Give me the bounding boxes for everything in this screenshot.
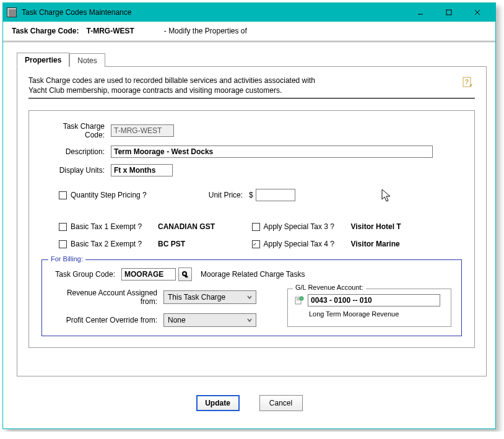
profit-center-value: None [168, 316, 186, 324]
update-button[interactable]: Update [196, 395, 240, 411]
svg-point-12 [300, 297, 303, 300]
units-label: Display Units: [41, 166, 111, 175]
header-strip: Task Charge Code: T-MRG-WEST - Modify th… [3, 22, 495, 40]
task-group-label: Task Group Code: [52, 270, 121, 279]
special-tax4-checkbox[interactable] [252, 240, 260, 248]
special-tax3-checkbox[interactable] [252, 223, 260, 231]
special-tax3-name: Visitor Hotel T [351, 222, 401, 231]
titlebar-controls [406, 3, 492, 22]
desc-label: Description: [41, 147, 111, 156]
code-input [111, 124, 174, 137]
tab-area: Properties Notes Task Charge codes are u… [3, 42, 495, 381]
basic-tax2-checkbox[interactable] [59, 240, 67, 248]
gl-account-input[interactable] [308, 294, 440, 306]
cancel-button[interactable]: Cancel [259, 395, 303, 411]
profit-center-select[interactable]: None [163, 313, 256, 327]
window-title: Task Charge Codes Maintenance [22, 8, 406, 17]
special-tax4-name: Visitor Marine [351, 240, 400, 248]
tax-grid: Basic Tax 1 Exempt ? CANADIAN GST Basic … [41, 221, 462, 256]
billing-legend: For Billing: [48, 255, 85, 263]
task-group-desc: Moorage Related Charge Tasks [201, 270, 305, 279]
svg-rect-11 [297, 300, 300, 300]
rev-acct-select[interactable]: This Task Charge [163, 290, 256, 304]
form-box: Task Charge Code: Description: Display U… [28, 110, 475, 348]
gl-box: G/L Revenue Account: Long Term Moorage R… [287, 289, 451, 327]
task-group-input[interactable] [121, 268, 176, 280]
rev-acct-value: This Task Charge [168, 293, 225, 302]
gl-legend: G/L Revenue Account: [293, 284, 366, 291]
header-label: Task Charge Code: [12, 27, 79, 35]
description-input[interactable] [111, 146, 433, 158]
tab-panel-properties: Task Charge codes are used to recorded b… [17, 67, 487, 376]
header-subtitle: - Modify the Properties of [164, 27, 247, 35]
tab-notes[interactable]: Notes [69, 53, 105, 67]
chevron-down-icon [246, 316, 253, 324]
task-group-lookup-button[interactable] [178, 267, 192, 281]
billing-fieldset: For Billing: Task Group Code: Moorage Re… [41, 259, 462, 336]
qty-step-label: Quantity Step Pricing ? [71, 191, 147, 199]
basic-tax1-name: CANADIAN GST [158, 222, 215, 231]
chevron-down-icon [246, 293, 253, 301]
button-row: Update Cancel [3, 381, 495, 428]
intro-text: Task Charge codes are used to recorded b… [28, 76, 326, 95]
special-tax3-label: Apply Special Tax 3 ? [264, 222, 335, 231]
maximize-button[interactable] [435, 3, 463, 22]
tab-row: Properties Notes [17, 52, 487, 67]
svg-rect-1 [446, 10, 451, 15]
display-units-input[interactable] [111, 164, 173, 176]
qty-step-checkbox[interactable] [59, 191, 67, 199]
basic-tax2-name: BC PST [158, 240, 185, 248]
svg-point-6 [183, 272, 186, 276]
basic-tax2-label: Basic Tax 2 Exempt ? [71, 240, 142, 248]
tab-properties[interactable]: Properties [17, 53, 69, 67]
close-button[interactable] [463, 3, 492, 22]
help-button[interactable]: ? [461, 76, 475, 89]
minimize-button[interactable] [406, 3, 435, 22]
rev-acct-label: Revenue Account Assigned from: [52, 289, 163, 306]
special-tax4-label: Apply Special Tax 4 ? [264, 240, 335, 248]
unit-price-label: Unit Price: [209, 191, 243, 199]
window: Task Charge Codes Maintenance Task Charg… [2, 2, 496, 429]
unit-price-input[interactable] [256, 189, 295, 201]
basic-tax1-label: Basic Tax 1 Exempt ? [71, 222, 142, 231]
currency-symbol: $ [249, 191, 253, 199]
basic-tax1-checkbox[interactable] [59, 223, 67, 231]
gl-lookup-icon[interactable] [294, 295, 304, 305]
app-icon [7, 7, 17, 17]
svg-text:?: ? [465, 79, 469, 85]
profit-center-label: Profit Center Override from: [52, 316, 163, 324]
code-label: Task Charge Code: [41, 122, 111, 139]
intro-underline [28, 98, 475, 99]
svg-rect-10 [297, 298, 300, 299]
gl-desc: Long Term Moorage Revenue [309, 310, 445, 318]
titlebar: Task Charge Codes Maintenance [3, 3, 495, 22]
header-code: T-MRG-WEST [86, 27, 134, 35]
